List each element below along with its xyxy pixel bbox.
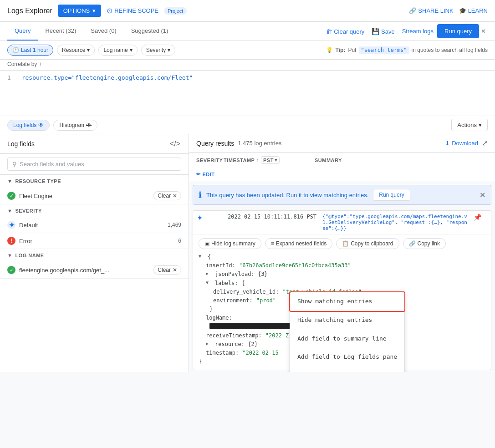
run-query-banner-button[interactable]: Run query — [373, 189, 410, 201]
section-resource-type[interactable]: ▼ RESOURCE TYPE — [0, 175, 189, 188]
pencil-icon: ✏ — [196, 171, 201, 177]
download-button[interactable]: ⬇ Download — [445, 140, 478, 147]
json-expand-arrow[interactable]: ▶ — [206, 270, 211, 277]
hide-log-summary-button[interactable]: ▣ Hide log summary — [199, 238, 261, 249]
ts-val: "2022-02-15 — [242, 349, 278, 357]
section-severity[interactable]: ▼ SEVERITY — [0, 204, 189, 217]
tip-code: "search terms" — [359, 46, 408, 54]
chevron-down-icon: ▾ — [275, 157, 278, 163]
copy-clipboard-button[interactable]: 📋 Copy to clipboard — [336, 238, 399, 249]
log-entry: ✦ 2022-02-15 10:11:11.816 PST {"@type":"… — [193, 210, 491, 370]
link-icon: 🔗 — [409, 7, 416, 14]
section-arrow-icon: ▼ — [7, 253, 12, 258]
copy-link-button[interactable]: 🔗 Copy link — [403, 238, 446, 249]
tab-query[interactable]: Query — [7, 22, 38, 41]
main-columns: Log fields </> ⚲ Search fields and value… — [0, 134, 495, 372]
clear-log-name-button[interactable]: Clear ✕ — [153, 265, 181, 275]
share-link-button[interactable]: 🔗 SHARE LINK — [409, 7, 453, 14]
view-toolbar: Log fields 👁 Histogram 👁 Actions ▾ — [0, 116, 495, 134]
tab-recent[interactable]: Recent (32) — [38, 22, 83, 41]
plus-icon: + — [39, 61, 42, 67]
tip-area: 💡 Tip: Put "search terms" in quotes to s… — [326, 46, 488, 54]
download-icon: ⬇ — [445, 140, 450, 147]
expand-arrow[interactable]: ▼ — [199, 253, 204, 260]
search-field-container[interactable]: ⚲ Search fields and values — [7, 158, 181, 171]
info-banner: ℹ This query has been updated. Run it to… — [193, 185, 491, 205]
stream-logs-button[interactable]: Stream logs — [398, 25, 437, 37]
edit-columns-button[interactable]: ✏ EDIT — [193, 168, 220, 181]
section-arrow-icon: ▼ — [7, 208, 12, 214]
left-panel-title: Log fields — [7, 140, 35, 148]
expand-nested-button[interactable]: ≡ Expand nested fields — [265, 238, 332, 249]
chevron-down-icon: ▾ — [479, 122, 482, 128]
log-content: ▼ { insertId: "67b26a5dd1ce9ce65f16c0fbc… — [193, 253, 491, 370]
clear-icon: 🗑 — [326, 28, 332, 35]
log-entry-header: ✦ 2022-02-15 10:11:11.816 PST {"@type":"… — [193, 211, 491, 234]
options-button[interactable]: OPTIONS ▾ — [58, 5, 102, 17]
log-line-insertid: insertId: "67b26a5dd1ce9ce65f16c0fbca435… — [199, 261, 487, 270]
context-menu-add-log-fields[interactable]: Add field to Log fields pane — [290, 348, 404, 367]
log-timestamp: 2022-02-15 10:11:11.816 PST — [228, 214, 319, 220]
field-default: ✦ Default 1,469 — [0, 217, 189, 233]
tab-suggested[interactable]: Suggested (1) — [124, 22, 176, 41]
actions-button[interactable]: Actions ▾ — [451, 119, 488, 131]
context-menu-show-matching[interactable]: Show matching entries — [290, 292, 404, 311]
resource-key: resource: {2} — [215, 340, 258, 349]
query-text: resource.type="fleetengine.googleapis.co… — [22, 74, 193, 81]
save-icon: 💾 — [372, 28, 379, 35]
clear-fleet-engine-button[interactable]: Clear ✕ — [153, 191, 181, 200]
context-menu-wrapper: environment: "prod" Show matching entrie… — [199, 296, 487, 305]
th-summary: SUMMARY — [311, 153, 491, 168]
field-error: ! Error 6 — [0, 233, 189, 249]
log-name-key: logName: — [206, 314, 232, 322]
context-menu-copy-value[interactable]: Copy value — [290, 367, 404, 372]
results-count: 1,475 log entries — [238, 140, 281, 147]
context-menu-add-summary[interactable]: Add field to summary line — [290, 330, 404, 348]
clear-query-button[interactable]: 🗑 Clear query — [322, 25, 368, 38]
results-title: Query results — [196, 140, 234, 147]
log-fields-tab[interactable]: Log fields 👁 — [7, 120, 50, 131]
check-icon: ✓ — [7, 192, 15, 200]
expand-button[interactable]: ⤢ — [482, 139, 488, 148]
learn-button[interactable]: 🎓 LEARN — [459, 7, 488, 14]
error-icon: ! — [7, 237, 15, 245]
collapse-button[interactable]: ✕ — [479, 26, 488, 36]
field-count: 1,469 — [168, 222, 181, 228]
receive-ts-key: receiveTimestamp: — [206, 331, 262, 340]
correlate-row: Correlate by + — [0, 60, 495, 71]
clear-label: Clear — [158, 267, 171, 273]
tip-label: Tip: — [336, 47, 346, 53]
histogram-tab[interactable]: Histogram 👁 — [53, 120, 97, 131]
context-menu-hide-matching[interactable]: Hide matching entries — [290, 311, 404, 330]
context-menu: Show matching entries Hide matching entr… — [290, 292, 405, 372]
field-label: Fleet Engine — [19, 193, 150, 199]
pin-icon[interactable]: 📌 — [474, 214, 487, 221]
toggle-code-button[interactable]: </> — [169, 139, 181, 149]
correlate-button[interactable]: Correlate by + — [7, 61, 42, 67]
refine-scope-button[interactable]: ⊙ REFINE SCOPE — [107, 6, 158, 15]
run-query-button[interactable]: Run query — [437, 24, 479, 38]
section-log-name[interactable]: ▼ LOG NAME — [0, 249, 189, 262]
field-count: 6 — [178, 238, 181, 244]
resource-filter-chip[interactable]: Resource ▾ — [57, 45, 95, 56]
labels-expand-arrow[interactable]: ▼ — [206, 279, 211, 286]
chevron-down-icon: ▾ — [130, 47, 133, 53]
tip-bulb-icon: 💡 — [326, 47, 333, 53]
log-name-filter-chip[interactable]: Log name ▾ — [98, 45, 137, 56]
time-filter-chip[interactable]: 🕐 Last 1 hour — [7, 45, 53, 56]
results-panel: Query results 1,475 log entries ⬇ Downlo… — [189, 134, 495, 372]
save-button[interactable]: 💾 Save — [368, 25, 398, 38]
close-banner-button[interactable]: ✕ — [480, 191, 485, 199]
eye-icon: 👁 — [38, 122, 44, 128]
th-timestamp: TIMESTAMP ↑ PST ▾ — [220, 153, 311, 168]
resource-expand-arrow[interactable]: ▶ — [206, 340, 211, 347]
tab-saved[interactable]: Saved (0) — [83, 22, 123, 41]
query-editor[interactable]: 1 resource.type="fleetengine.googleapis.… — [0, 71, 495, 116]
severity-filter-chip[interactable]: Severity ▾ — [141, 45, 175, 56]
info-icon: ℹ — [199, 190, 202, 200]
log-fields-panel: Log fields </> ⚲ Search fields and value… — [0, 134, 189, 372]
timezone-chip[interactable]: PST ▾ — [261, 156, 280, 164]
sort-icon: ↑ — [256, 158, 259, 163]
left-panel-header: Log fields </> — [0, 134, 189, 154]
environment-val: "prod" — [256, 296, 276, 305]
